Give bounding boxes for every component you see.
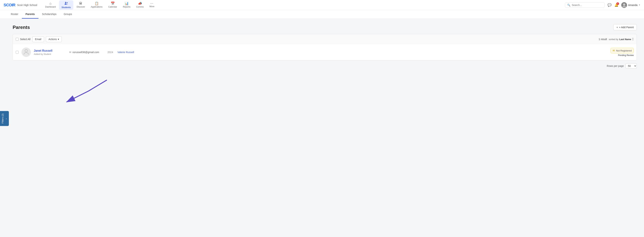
record-student-link[interactable]: Valerie Russell: [118, 51, 134, 54]
page-header: Parents + + Add Parent: [13, 24, 637, 30]
sub-nav-parents[interactable]: Parents: [22, 10, 38, 18]
search-box[interactable]: 🔍: [565, 2, 605, 8]
record-avatar: [22, 48, 31, 57]
nav-label-students: Students: [62, 6, 71, 9]
messages-icon: 💬: [608, 3, 612, 7]
discover-icon: 🏛: [79, 2, 82, 5]
nav-label-discover: Discover: [76, 6, 85, 8]
students-icon: [64, 2, 68, 6]
rows-per-page-label: Rows per page: [607, 64, 624, 68]
svg-point-1: [67, 2, 68, 3]
email-icon: ✉: [69, 51, 71, 54]
page-content: Parents + + Add Parent Select All Email …: [6, 19, 644, 236]
nav-label-calendar: Calendar: [108, 6, 117, 8]
nav-label-reports: Reports: [123, 6, 130, 8]
person-avatar-icon: [23, 48, 30, 56]
top-right-area: 🔍 💬 🔔 1 Amanda ▼: [565, 2, 640, 8]
envelope-status-icon: ✉: [612, 49, 615, 52]
nav-item-dashboard[interactable]: ⌂ Dashboard: [42, 1, 58, 9]
school-name: Scoir High School: [17, 4, 37, 6]
rows-per-page-select[interactable]: 50 25 100: [626, 64, 637, 68]
logo-area: SCOIR Scoir High School: [4, 3, 37, 8]
email-value: vsrussell36@gmail.com: [72, 51, 99, 54]
sub-nav-groups[interactable]: Groups: [60, 10, 76, 18]
sort-arrows[interactable]: ▲▼: [632, 38, 634, 41]
sub-nav-roster[interactable]: Roster: [7, 10, 22, 18]
nav-item-discover[interactable]: 🏛 Discover: [74, 1, 88, 9]
nav-label-comms: Comms: [136, 6, 144, 8]
search-icon: 🔍: [567, 4, 570, 6]
notifications-button[interactable]: 🔔 1: [614, 3, 618, 7]
record-name[interactable]: Janet Russell: [34, 49, 63, 52]
user-menu[interactable]: Amanda ▼: [621, 2, 640, 8]
applications-icon: 📋: [95, 2, 98, 5]
pagination-row: Rows per page 50 25 100: [13, 60, 637, 71]
email-button[interactable]: Email: [32, 36, 44, 42]
table-controls: Select All Email Actions ▾ 1 result sort…: [13, 34, 637, 44]
record-status: ✉ Not Registered Pending Review: [601, 48, 634, 56]
record-info: Janet Russell Added by Student: [34, 49, 63, 56]
user-name-label: Amanda: [628, 4, 638, 6]
nav-item-reports[interactable]: 📊 Reports: [120, 1, 133, 9]
record-tag: Added by Student: [34, 53, 63, 56]
svg-point-4: [25, 50, 28, 52]
filters-label: Filters (2): [1, 114, 4, 124]
annotation-arrow: [52, 75, 110, 107]
nav-item-more[interactable]: ··· More: [147, 1, 157, 9]
record-email: ✉ vsrussell36@gmail.com: [69, 51, 99, 54]
result-count: 1 result: [599, 38, 607, 41]
add-parent-button[interactable]: + + Add Parent: [613, 24, 637, 30]
sorted-by-label: sorted by Last Name ▲▼: [609, 38, 634, 41]
page-title: Parents: [13, 24, 30, 30]
pending-review-label: Pending Review: [618, 54, 634, 56]
select-all-container[interactable]: Select All: [16, 38, 30, 41]
actions-button[interactable]: Actions ▾: [46, 36, 62, 42]
user-avatar: [621, 2, 627, 8]
nav-label-dashboard: Dashboard: [45, 6, 56, 8]
search-input[interactable]: [572, 4, 602, 6]
main-nav-items: ⌂ Dashboard Students 🏛 Discover 📋 Applic…: [42, 0, 565, 10]
actions-chevron-icon: ▾: [58, 38, 59, 41]
avatar-image: [621, 2, 627, 8]
nav-label-more: More: [150, 5, 154, 8]
select-all-label: Select All: [20, 38, 30, 41]
comms-icon: 📣: [138, 2, 142, 5]
record-year: 2024: [108, 51, 113, 54]
app-logo: SCOIR: [4, 3, 15, 8]
select-all-checkbox[interactable]: [16, 38, 18, 41]
status-label: Not Registered: [616, 49, 632, 52]
reports-icon: 📊: [124, 2, 128, 5]
calendar-icon: 📅: [111, 2, 115, 5]
nav-label-applications: Applications: [91, 6, 102, 8]
user-menu-chevron-icon: ▼: [638, 4, 640, 6]
nav-item-students[interactable]: Students: [59, 0, 73, 10]
messages-button[interactable]: 💬: [608, 3, 612, 7]
filters-sidebar-tab[interactable]: Filters (2) ›: [0, 111, 9, 126]
svg-point-3: [623, 4, 625, 6]
sub-nav-scholarships[interactable]: Scholarships: [38, 10, 60, 18]
row-checkbox[interactable]: [16, 51, 18, 54]
dashboard-icon: ⌂: [50, 2, 52, 5]
filters-expand-icon: ›: [5, 118, 8, 120]
table-row: Janet Russell Added by Student ✉ vsrusse…: [13, 44, 636, 60]
sub-navigation: Roster Parents Scholarships Groups: [0, 10, 644, 19]
more-icon: ···: [150, 2, 154, 5]
status-badge: ✉ Not Registered: [610, 48, 634, 53]
nav-item-applications[interactable]: 📋 Applications: [88, 1, 105, 9]
top-navigation: SCOIR Scoir High School ⌂ Dashboard Stud…: [0, 0, 644, 10]
svg-point-0: [65, 2, 66, 3]
records-table: Janet Russell Added by Student ✉ vsrusse…: [13, 44, 637, 60]
add-parent-icon: +: [616, 26, 618, 29]
notification-badge: 1: [616, 2, 619, 5]
nav-item-comms[interactable]: 📣 Comms: [134, 1, 146, 9]
sort-field-label: Last Name: [619, 38, 631, 41]
nav-item-calendar[interactable]: 📅 Calendar: [106, 1, 120, 9]
